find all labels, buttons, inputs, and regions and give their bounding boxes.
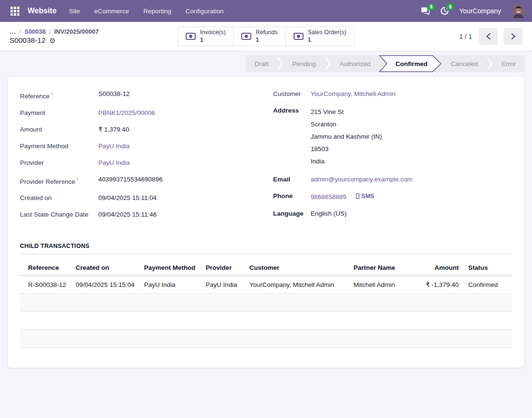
col-created-on[interactable]: Created on bbox=[71, 260, 139, 276]
col-status[interactable]: Status bbox=[464, 260, 512, 276]
user-company-menu[interactable]: YourCompany bbox=[459, 7, 501, 15]
table-header-row: Reference Created on Payment Method Prov… bbox=[20, 260, 512, 276]
address-block: 215 Vine St Scranton Jammu and Kashmir (… bbox=[311, 106, 382, 168]
status-step-pending[interactable]: Pending bbox=[283, 55, 325, 72]
section-divider bbox=[20, 254, 512, 254]
provider-link[interactable]: PayU India bbox=[98, 158, 130, 168]
pager-counter: 1 / 1 bbox=[459, 33, 472, 40]
field-address: Address 215 Vine St Scranton Jammu and K… bbox=[273, 106, 512, 168]
cell-partner-name: Mitchell Admin bbox=[349, 276, 419, 294]
cell-reference: R-S00038-12 bbox=[20, 276, 71, 294]
table-row[interactable]: R-S00038-12 09/04/2025 15:15:04 PayU Ind… bbox=[20, 276, 512, 294]
col-payment-method[interactable]: Payment Method bbox=[139, 260, 201, 276]
field-provider: Provider PayU India bbox=[20, 158, 266, 168]
col-amount[interactable]: Amount bbox=[419, 260, 464, 276]
step-separator-icon bbox=[325, 57, 331, 71]
stat-value: 1 bbox=[308, 37, 346, 44]
help-icon[interactable]: ? bbox=[50, 91, 53, 96]
breadcrumb: ... / S00038 / INV/2025/00007 bbox=[10, 28, 128, 35]
messages-count-badge: 6 bbox=[428, 4, 435, 10]
field-provider-reference: Provider Reference? 403993715534690896 bbox=[20, 175, 266, 187]
apps-menu-button[interactable] bbox=[7, 3, 23, 19]
field-label: Last State Change Date bbox=[20, 210, 98, 219]
field-label: Created on bbox=[20, 193, 98, 203]
status-step-authorized[interactable]: Authorized bbox=[331, 55, 380, 72]
field-label: Customer bbox=[273, 89, 311, 99]
refunds-stat-button[interactable]: Refunds 1 bbox=[234, 27, 286, 46]
actions-gear-icon[interactable]: ⚙ bbox=[49, 37, 56, 44]
address-state: Jammu and Kashmir (IN) bbox=[311, 131, 382, 143]
app-menus: Site eCommerce Reporting Configuration bbox=[69, 5, 224, 18]
field-reference: Reference? S00038-12 bbox=[20, 89, 266, 101]
field-amount: Amount ₹ 1,379.40 bbox=[20, 125, 266, 134]
field-payment-method: Payment Method PayU India bbox=[20, 142, 266, 151]
status-step-draft[interactable]: Draft bbox=[246, 55, 277, 72]
activities-button[interactable]: 8 bbox=[440, 7, 449, 15]
field-value: 09/04/2025 15:11:04 bbox=[98, 193, 157, 203]
col-provider[interactable]: Provider bbox=[201, 260, 245, 276]
cell-created-on: 09/04/2025 15:15:04 bbox=[71, 276, 139, 294]
field-label: Payment bbox=[20, 108, 98, 118]
user-avatar[interactable] bbox=[512, 4, 525, 18]
customer-link[interactable]: YourCompany, Mitchell Admin bbox=[311, 89, 396, 99]
invoices-stat-button[interactable]: Invoice(s) 1 bbox=[178, 27, 234, 46]
status-step-canceled[interactable]: Canceled bbox=[442, 55, 487, 72]
field-label: Amount bbox=[20, 125, 98, 134]
empty-row bbox=[20, 330, 512, 348]
messages-button[interactable]: 6 bbox=[421, 7, 430, 15]
field-value: S00038-12 bbox=[98, 89, 130, 101]
breadcrumb-invoice[interactable]: INV/2025/00007 bbox=[54, 28, 99, 35]
field-label: Provider Reference? bbox=[20, 175, 98, 187]
sms-button[interactable]: SMS bbox=[356, 191, 374, 201]
pager-next-button[interactable] bbox=[504, 28, 522, 45]
sales-orders-stat-button[interactable]: Sales Order(s) 1 bbox=[286, 27, 354, 46]
child-transactions-table: Reference Created on Payment Method Prov… bbox=[20, 260, 512, 348]
status-step-error[interactable]: Error bbox=[493, 55, 525, 72]
money-icon bbox=[186, 33, 196, 40]
help-icon[interactable]: ? bbox=[76, 177, 78, 182]
app-name[interactable]: Website bbox=[28, 7, 57, 15]
menu-configuration[interactable]: Configuration bbox=[185, 5, 223, 18]
field-language: Language English (US) bbox=[273, 209, 512, 218]
payment-link[interactable]: PBNK1/2025/00006 bbox=[98, 108, 155, 118]
stat-value: 1 bbox=[256, 37, 278, 44]
menu-ecommerce[interactable]: eCommerce bbox=[94, 5, 129, 18]
avatar-image bbox=[512, 4, 525, 18]
col-customer[interactable]: Customer bbox=[245, 260, 349, 276]
payment-method-link[interactable]: PayU India bbox=[98, 142, 130, 151]
email-link[interactable]: admin@yourcompany.example.com bbox=[311, 175, 413, 184]
activities-count-badge: 8 bbox=[446, 3, 454, 10]
phone-link[interactable]: 9868658889 bbox=[311, 193, 346, 200]
page-title: S00038-12 bbox=[10, 36, 46, 45]
pager-previous-button[interactable] bbox=[479, 28, 498, 45]
money-icon bbox=[294, 33, 304, 40]
field-label: Reference? bbox=[20, 89, 98, 101]
field-email: Email admin@yourcompany.example.com bbox=[273, 175, 512, 184]
left-field-group: Reference? S00038-12 Payment PBNK1/2025/… bbox=[20, 89, 266, 227]
right-field-group: Customer YourCompany, Mitchell Admin Add… bbox=[266, 89, 512, 227]
field-customer: Customer YourCompany, Mitchell Admin bbox=[273, 89, 512, 99]
col-reference[interactable]: Reference bbox=[20, 260, 71, 276]
section-title: CHILD TRANSACTIONS bbox=[20, 243, 512, 249]
cell-status: Confirmed bbox=[464, 276, 512, 294]
stat-label: Refunds bbox=[256, 29, 278, 37]
apps-grid-icon bbox=[10, 7, 19, 16]
stat-label: Invoice(s) bbox=[200, 29, 226, 37]
empty-row bbox=[20, 294, 512, 312]
breadcrumb-ellipsis[interactable]: ... bbox=[10, 28, 16, 35]
cell-customer: YourCompany, Mitchell Admin bbox=[245, 276, 349, 294]
cell-payment-method: PayU India bbox=[139, 276, 201, 294]
menu-reporting[interactable]: Reporting bbox=[143, 5, 171, 18]
menu-site[interactable]: Site bbox=[69, 5, 80, 18]
col-partner-name[interactable]: Partner Name bbox=[349, 260, 419, 276]
cell-amount: ₹ -1,379.40 bbox=[419, 276, 464, 294]
address-zip: 18503 bbox=[311, 143, 382, 155]
status-step-confirmed[interactable]: Confirmed bbox=[379, 55, 442, 72]
stat-buttons: Invoice(s) 1 Refunds 1 Sales Order(s) 1 bbox=[178, 27, 354, 46]
address-city: Scranton bbox=[311, 118, 382, 131]
stat-value: 1 bbox=[200, 37, 226, 44]
mobile-icon bbox=[356, 193, 360, 199]
breadcrumb-sale-order[interactable]: S00038 bbox=[24, 28, 46, 35]
field-value: English (US) bbox=[311, 209, 347, 218]
field-label: Phone bbox=[273, 191, 311, 202]
